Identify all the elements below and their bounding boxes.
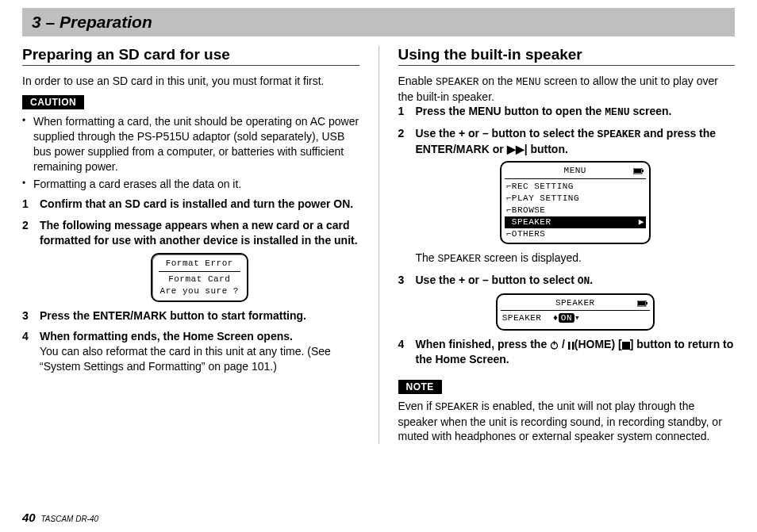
section-title-sd: Preparing an SD card for use <box>22 46 359 66</box>
lcd-text: SPEAKER <box>598 128 641 140</box>
step-text: When formatting ends, the Home Screen op… <box>40 329 359 344</box>
caution-item: Formatting a card erases all the data on… <box>22 177 359 192</box>
up-arrow-icon: ♦ <box>553 313 559 323</box>
step-text: Use the + or – button to select the SPEA… <box>416 126 736 156</box>
page-footer: 40 TASCAM DR-40 <box>22 511 98 524</box>
menu-rows: ⌐REC SETTING⌐PLAY SETTING⌐BROWSE SPEAKER… <box>505 181 646 239</box>
value-pill: ON <box>559 313 574 323</box>
step-text: Use the + or – button to select ON. <box>416 273 736 289</box>
fast-forward-icon: ▶▶| <box>507 143 528 155</box>
page-number: 40 <box>22 511 36 524</box>
stop-icon <box>622 338 630 350</box>
svg-rect-8 <box>568 342 571 350</box>
svg-rect-1 <box>642 170 644 172</box>
step-text: When finished, press the / (HOME) [] but… <box>416 337 736 367</box>
steps-list: Press the MENU button to open the MENU s… <box>398 104 736 367</box>
screen-line: Are you sure ? <box>160 285 239 297</box>
menu-screen: MENU ⌐REC SETTING⌐PLAY SETTING⌐BROWSE SP… <box>500 161 651 244</box>
step-item: Confirm that an SD card is installed and… <box>22 197 359 212</box>
chapter-title: 3 – Preparation <box>32 13 725 32</box>
menu-row: ⌐REC SETTING <box>505 181 646 193</box>
step-text: Press the ENTER/MARK button to start for… <box>40 308 359 323</box>
step-text: Confirm that an SD card is installed and… <box>40 197 359 212</box>
pause-icon <box>568 338 574 350</box>
caution-list: When formatting a card, the unit should … <box>22 114 359 192</box>
lcd-text: SPEAKER <box>438 253 482 265</box>
lcd-screenshot: Format Error Format Card Are you sure ? <box>40 253 359 302</box>
step-subtext: The SPEAKER screen is displayed. <box>416 251 736 266</box>
speaker-screen: SPEAKER SPEAKER ♦ON▾ <box>496 293 655 331</box>
steps-list: Confirm that an SD card is installed and… <box>22 197 359 374</box>
step-item: When formatting ends, the Home Screen op… <box>22 329 359 374</box>
format-error-screen: Format Error Format Card Are you sure ? <box>151 253 248 302</box>
menu-row: ⌐PLAY SETTING <box>505 193 646 205</box>
svg-rect-10 <box>622 342 630 350</box>
svg-rect-4 <box>646 302 647 304</box>
chapter-bar: 3 – Preparation <box>22 8 735 36</box>
step-item: When finished, press the / (HOME) [] but… <box>398 337 736 367</box>
column-divider <box>378 46 379 444</box>
menu-titlebar: SPEAKER <box>501 297 650 312</box>
svg-rect-2 <box>634 169 641 173</box>
menu-row: SPEAKER▶ <box>505 216 646 228</box>
step-text: The following message appears when a new… <box>40 218 359 248</box>
battery-icon <box>633 165 644 177</box>
speaker-row: SPEAKER ♦ON▾ <box>501 312 650 324</box>
step-item: Press the ENTER/MARK button to start for… <box>22 308 359 323</box>
lcd-text: SPEAKER <box>436 76 479 88</box>
menu-row: ⌐BROWSE <box>505 205 646 216</box>
note-badge: NOTE <box>398 380 442 394</box>
left-column: Preparing an SD card for use In order to… <box>22 46 359 444</box>
menu-title: MENU <box>517 165 633 177</box>
intro-text: In order to use an SD card in this unit,… <box>22 74 359 89</box>
step-subtext: You can also reformat the card in this u… <box>40 344 359 374</box>
step-text: Press the MENU button to open the MENU s… <box>416 104 736 120</box>
lcd-text: MENU <box>605 106 629 118</box>
manual-page: 3 – Preparation Preparing an SD card for… <box>0 0 757 532</box>
lcd-screenshot: MENU ⌐REC SETTING⌐PLAY SETTING⌐BROWSE SP… <box>416 161 736 244</box>
lcd-text: ON <box>578 275 590 287</box>
step-item: The following message appears when a new… <box>22 218 359 301</box>
down-arrow-icon: ▾ <box>574 313 580 323</box>
lcd-screenshot: SPEAKER SPEAKER ♦ON▾ <box>416 293 736 331</box>
battery-icon <box>637 297 648 309</box>
screen-title: SPEAKER <box>513 297 637 309</box>
power-icon <box>550 338 559 350</box>
content-columns: Preparing an SD card for use In order to… <box>22 46 735 444</box>
note-text: Even if SPEAKER is enabled, the unit wil… <box>398 399 736 444</box>
svg-rect-5 <box>638 301 645 305</box>
screen-line: Format Card <box>160 274 239 285</box>
screen-line: Format Error <box>160 258 239 270</box>
lcd-text: SPEAKER <box>435 401 478 413</box>
lcd-text: MENU <box>516 76 540 88</box>
step-item: Use the + or – button to select the SPEA… <box>398 126 736 266</box>
model-name: TASCAM DR-40 <box>40 515 98 523</box>
step-item: Press the MENU button to open the MENU s… <box>398 104 736 120</box>
caution-item: When formatting a card, the unit should … <box>22 114 359 174</box>
section-title-speaker: Using the built-in speaker <box>398 46 736 66</box>
menu-row: ⌐OTHERS <box>505 228 646 240</box>
intro-text: Enable SPEAKER on the MENU screen to all… <box>398 74 736 104</box>
caution-badge: CAUTION <box>22 95 84 109</box>
step-item: Use the + or – button to select ON. SPEA… <box>398 273 736 331</box>
menu-titlebar: MENU <box>505 165 646 179</box>
right-column: Using the built-in speaker Enable SPEAKE… <box>398 46 736 444</box>
